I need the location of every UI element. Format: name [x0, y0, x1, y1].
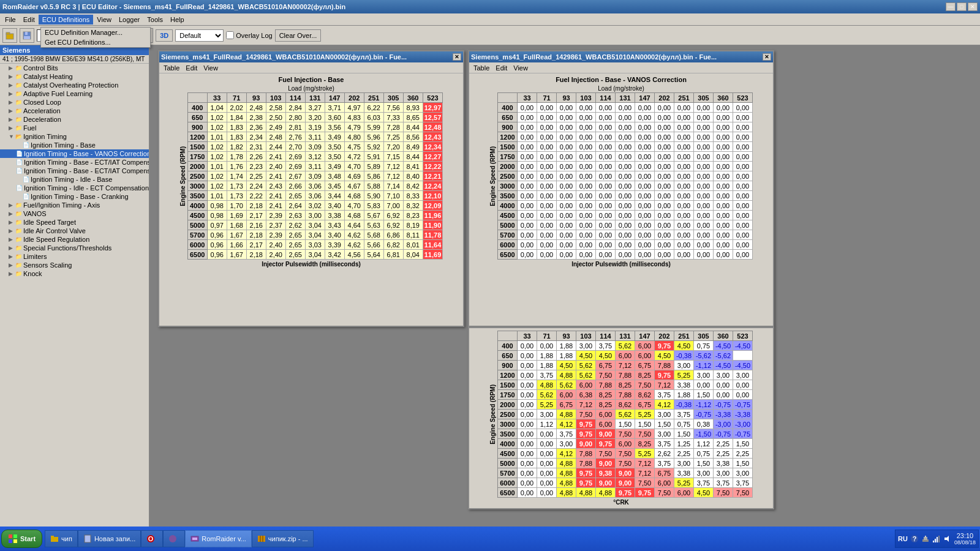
table-cell[interactable]: 0,00: [518, 122, 537, 132]
table-cell[interactable]: 8,25: [596, 390, 616, 400]
table-cell[interactable]: 12,09: [423, 201, 443, 211]
menu-ecu-definitions[interactable]: ECU Definitions: [39, 15, 94, 24]
maximize-button[interactable]: □: [957, 2, 967, 11]
table-cell[interactable]: 1,50: [733, 439, 753, 449]
table-cell[interactable]: 4,88: [557, 468, 576, 478]
table-cell[interactable]: 4,50: [576, 351, 596, 361]
table-cell[interactable]: 2,25: [733, 449, 753, 459]
table-cell[interactable]: 0,00: [616, 201, 635, 211]
table-cell[interactable]: 0,00: [557, 171, 576, 181]
table-cell[interactable]: 0,00: [655, 103, 674, 113]
table-cell[interactable]: -4,50: [733, 361, 753, 370]
table-cell[interactable]: 6,00: [674, 488, 694, 498]
table-cell[interactable]: 0,97: [207, 220, 227, 230]
table-cell[interactable]: 0,00: [576, 201, 596, 211]
sidebar-item-idle-air-control[interactable]: ▶ 📁 Idle Air Control Valve: [0, 227, 149, 235]
table-cell[interactable]: 5,89: [364, 162, 383, 171]
table-cell[interactable]: 4,88: [596, 488, 616, 498]
table-cell[interactable]: 0,00: [518, 380, 537, 390]
clear-button[interactable]: Clear Over...: [275, 29, 322, 42]
table-cell[interactable]: 0,00: [596, 201, 616, 211]
sidebar-item-ignition-base-vanos[interactable]: 📄 Ignition Timing - Base - VANOS Correct…: [0, 149, 149, 158]
table-cell[interactable]: 1,50: [694, 459, 714, 468]
table-cell[interactable]: 0,00: [537, 162, 557, 171]
table-cell[interactable]: 9,00: [616, 478, 635, 488]
table-cell[interactable]: -1,12: [694, 361, 714, 370]
table-cell[interactable]: -5,62: [714, 351, 733, 361]
table-cell[interactable]: 0,00: [635, 211, 655, 220]
table-cell[interactable]: 0,00: [733, 191, 753, 201]
sidebar-item-limiters[interactable]: ▶ 📁 Limiters: [0, 252, 149, 261]
table-cell[interactable]: 0,00: [714, 220, 733, 230]
table-cell[interactable]: 6,75: [655, 468, 674, 478]
table-cell[interactable]: 0,00: [635, 142, 655, 152]
table-cell[interactable]: 1,12: [694, 439, 714, 449]
display-select[interactable]: Default Celsius Fahrenheit: [175, 29, 224, 42]
table-cell[interactable]: 0,00: [714, 171, 733, 181]
table-cell[interactable]: -0,75: [714, 400, 733, 410]
table-cell[interactable]: 0,00: [635, 132, 655, 142]
table-cell[interactable]: 0,00: [694, 113, 714, 122]
table-cell[interactable]: 0,00: [674, 113, 694, 122]
table-cell[interactable]: 6,75: [635, 361, 655, 370]
table-cell[interactable]: 4,64: [344, 220, 364, 230]
table-cell[interactable]: 5,62: [616, 410, 635, 419]
table-cell[interactable]: 1,01: [207, 191, 227, 201]
table-cell[interactable]: 0,00: [635, 240, 655, 250]
table-cell[interactable]: 0,00: [518, 351, 537, 361]
table-cell[interactable]: 2,25: [674, 449, 694, 459]
table-cell[interactable]: 3,19: [305, 122, 325, 132]
table-cell[interactable]: 5,25: [674, 478, 694, 488]
table-cell[interactable]: 2,17: [246, 211, 266, 220]
table-cell[interactable]: 0,00: [655, 142, 674, 152]
table-cell[interactable]: 2,23: [246, 162, 266, 171]
table-cell[interactable]: 2,65: [285, 230, 305, 240]
table-cell[interactable]: 12,10: [423, 191, 443, 201]
table-cell[interactable]: 1,68: [227, 220, 246, 230]
table-cell[interactable]: 1,84: [227, 113, 246, 122]
taskbar-romraider-button[interactable]: RomRaider v...: [185, 530, 252, 547]
table-cell[interactable]: 6,81: [383, 250, 403, 260]
table-cell[interactable]: 7,12: [383, 171, 403, 181]
table-cell[interactable]: 3,00: [674, 459, 694, 468]
table-cell[interactable]: 8,65: [403, 113, 423, 122]
table-cell[interactable]: [733, 351, 753, 361]
table-cell[interactable]: 2,65: [285, 240, 305, 250]
table-cell[interactable]: 2,18: [246, 230, 266, 240]
table-cell[interactable]: 2,84: [285, 103, 305, 113]
table-cell[interactable]: 2,50: [266, 113, 285, 122]
table-cell[interactable]: 2,40: [266, 240, 285, 250]
table-cell[interactable]: 4,50: [596, 351, 616, 361]
table-cell[interactable]: 2,26: [246, 152, 266, 162]
table-cell[interactable]: 7,50: [616, 449, 635, 459]
table-cell[interactable]: 1,12: [537, 419, 557, 429]
table-cell[interactable]: 0,00: [655, 152, 674, 162]
table-cell[interactable]: 3,11: [305, 162, 325, 171]
table-cell[interactable]: 2,41: [266, 152, 285, 162]
table-cell[interactable]: 3,40: [325, 230, 344, 240]
table-cell[interactable]: 7,20: [383, 142, 403, 152]
table-cell[interactable]: 3,48: [325, 171, 344, 181]
table-cell[interactable]: 0,00: [518, 449, 537, 459]
table-cell[interactable]: 3,00: [733, 468, 753, 478]
table-cell[interactable]: 3,00: [694, 370, 714, 380]
table-cell[interactable]: 7,50: [635, 478, 655, 488]
table-cell[interactable]: 5,62: [576, 370, 596, 380]
table-cell[interactable]: 7,88: [576, 459, 596, 468]
start-button[interactable]: Start: [1, 530, 42, 548]
table-cell[interactable]: 8,40: [403, 171, 423, 181]
table-cell[interactable]: 3,38: [325, 211, 344, 220]
table-cell[interactable]: 1,82: [227, 142, 246, 152]
table-cell[interactable]: 3,09: [305, 171, 325, 181]
table-cell[interactable]: 0,00: [733, 162, 753, 171]
overlay-checkbox[interactable]: [226, 31, 234, 39]
table-cell[interactable]: 2,39: [266, 230, 285, 240]
table-cell[interactable]: 0,00: [714, 181, 733, 191]
table-cell[interactable]: 2,43: [266, 181, 285, 191]
table-cell[interactable]: 0,00: [714, 103, 733, 113]
table-cell[interactable]: 3,45: [325, 181, 344, 191]
table-cell[interactable]: -0,38: [674, 351, 694, 361]
table-cell[interactable]: 5,62: [557, 380, 576, 390]
table-cell[interactable]: 0,00: [537, 142, 557, 152]
table-cell[interactable]: 3,75: [537, 370, 557, 380]
